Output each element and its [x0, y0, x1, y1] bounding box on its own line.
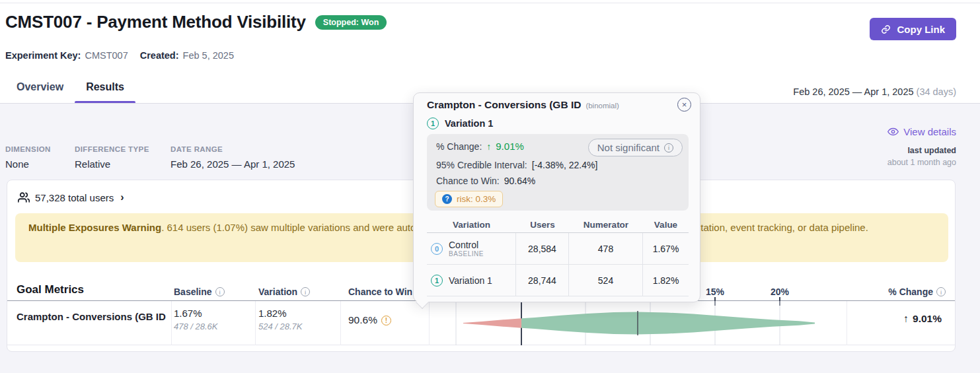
variation1-value: 1.82%	[643, 265, 689, 296]
page-title: CMST007 - Payment Method Visibility	[5, 12, 306, 32]
column-header-baseline: Baseline i	[174, 287, 225, 297]
experiment-key-value: CMST007	[85, 50, 128, 61]
credible-interval-value: [-4.38%, 22.4%]	[532, 160, 598, 170]
dimension-value[interactable]: None	[5, 158, 29, 170]
variation-detail: 524 / 28.7K	[258, 322, 303, 331]
created-label: Created:	[140, 50, 179, 61]
arrow-up-icon: ↑	[486, 141, 491, 152]
metric-row: Crampton - Conversions (GB ID 1.67% 478 …	[7, 301, 955, 345]
arrow-up-icon: ↑	[903, 313, 909, 325]
control-users: 28,584	[516, 233, 569, 265]
variation1-numerator: 524	[569, 265, 643, 296]
popup-title: Crampton - Conversions (GB ID(binomial)	[427, 99, 619, 111]
risk-badge[interactable]: ? risk: 0.3%	[435, 191, 503, 207]
metric-name[interactable]: Crampton - Conversions (GB ID	[17, 310, 175, 323]
baseline-detail: 478 / 28.6K	[174, 322, 218, 331]
question-icon: ?	[442, 194, 452, 204]
tab-overview[interactable]: Overview	[5, 81, 75, 103]
users-icon	[18, 191, 30, 203]
copy-link-label: Copy Link	[897, 24, 945, 35]
variation-badge: 0	[431, 243, 443, 255]
difference-type-label: DIFFERENCE TYPE	[75, 145, 149, 153]
credible-interval-line: 95% Credible Interval: [-4.38%, 22.4%]	[436, 160, 597, 170]
date-range-label: DATE RANGE	[170, 145, 223, 153]
table-row-control-variation: 0 Control BASELINE	[427, 233, 516, 265]
warning-title: Multiple Exposures Warning	[28, 222, 161, 233]
pct-change-line: % Change: ↑ 9.01%	[436, 141, 524, 152]
created-value: Feb 5, 2025	[183, 50, 234, 61]
variation-badge: 1	[431, 275, 443, 287]
close-icon[interactable]: ×	[677, 98, 691, 112]
info-icon[interactable]: i	[301, 287, 310, 296]
control-numerator: 478	[569, 233, 643, 265]
axis-tick-15: 15%	[702, 287, 728, 297]
violin-plot[interactable]	[429, 301, 847, 345]
info-icon[interactable]: i	[215, 287, 225, 296]
axis-tick-20: 20%	[767, 287, 793, 297]
info-icon: i	[664, 143, 673, 153]
metric-detail-popup: Crampton - Conversions (GB ID(binomial) …	[413, 92, 700, 302]
metric-type: (binomial)	[585, 102, 619, 110]
experiment-date-range: Feb 26, 2025 — Apr 1, 2025 (34 days)	[793, 86, 956, 97]
experiment-key-label: Experiment Key:	[5, 50, 81, 61]
eye-icon	[887, 126, 899, 137]
column-header-pct-change: % Change i	[888, 287, 946, 297]
info-icon[interactable]: i	[936, 287, 946, 296]
baseline-value: 1.67%	[174, 308, 202, 319]
popup-col-numerator: Numerator	[569, 217, 643, 233]
tab-results[interactable]: Results	[75, 81, 135, 103]
popup-pct-change-value: 9.01%	[496, 141, 524, 152]
popup-chance-to-win-value: 90.64%	[504, 176, 535, 186]
total-users-toggle[interactable]: 57,328 total users ›	[18, 191, 124, 203]
variation-value: 1.82%	[258, 308, 287, 319]
table-row-variation1-variation: 1 Variation 1	[427, 265, 516, 296]
variation-badge: 1	[427, 118, 439, 129]
variation-name: Variation 1	[445, 118, 493, 129]
pct-change-value: ↑ 9.01%	[903, 313, 942, 325]
last-updated-value: about 1 month ago	[887, 158, 956, 167]
variation1-users: 28,744	[516, 265, 569, 296]
duration-days: (34 days)	[917, 86, 956, 97]
last-updated-label: last updated	[907, 146, 956, 155]
popup-variation-table: Variation Users Numerator Value 0 Contro…	[427, 217, 689, 296]
popup-col-value: Value	[643, 217, 689, 233]
experiment-meta: Experiment Key:CMST007Created:Feb 5, 202…	[5, 50, 234, 61]
chance-to-win-value: 90.6% !	[348, 314, 391, 326]
popup-stats-box: % Change: ↑ 9.01% Not significant i 95% …	[427, 134, 689, 211]
page-top-border	[0, 3, 980, 3]
popup-col-users: Users	[516, 217, 569, 233]
control-value: 1.67%	[643, 233, 689, 265]
chance-to-win-line: Chance to Win: 90.64%	[436, 176, 535, 186]
difference-type-value[interactable]: Relative	[75, 158, 110, 170]
goal-metrics-title: Goal Metrics	[17, 283, 84, 296]
popup-col-variation: Variation	[427, 217, 516, 233]
status-badge: Stopped: Won	[315, 15, 387, 30]
chevron-right-icon: ›	[120, 191, 124, 203]
warning-icon[interactable]: !	[381, 316, 391, 325]
dimension-label: DIMENSION	[5, 145, 51, 153]
view-details-link[interactable]: View details	[887, 126, 956, 137]
copy-link-button[interactable]: Copy Link	[870, 18, 956, 40]
column-header-variation: Variation i	[258, 287, 310, 297]
date-range-value[interactable]: Feb 26, 2025 — Apr 1, 2025	[170, 158, 295, 170]
popup-variation-header: 1 Variation 1	[427, 118, 493, 129]
link-icon	[881, 24, 891, 34]
significance-pill[interactable]: Not significant i	[588, 139, 683, 156]
tab-bar: Overview Results	[5, 81, 135, 103]
total-users-text: 57,328 total users	[35, 192, 114, 203]
